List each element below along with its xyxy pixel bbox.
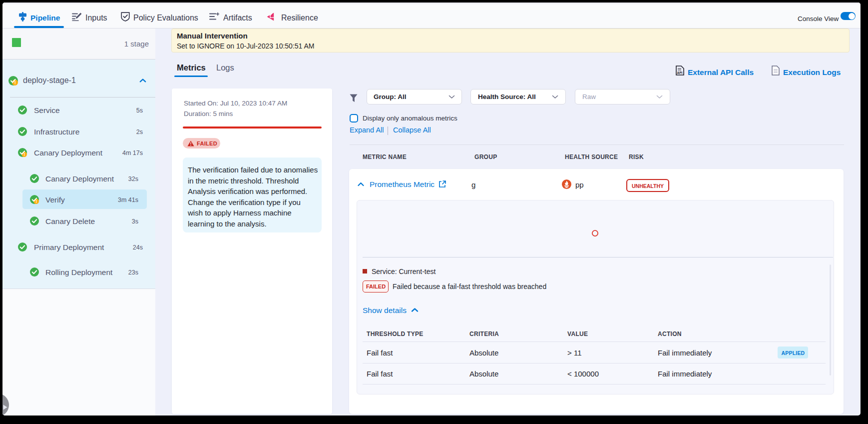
svg-text:API: API (677, 71, 683, 74)
